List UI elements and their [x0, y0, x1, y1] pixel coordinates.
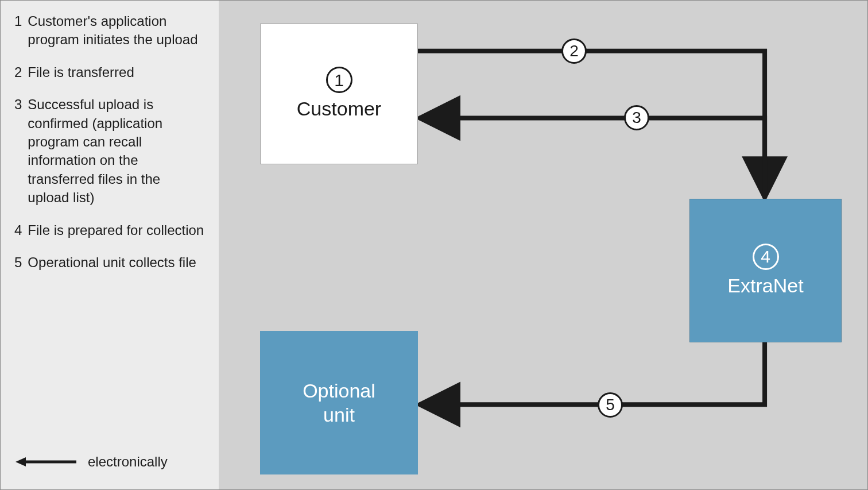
path-badge-5: 5 — [598, 392, 623, 418]
node-customer: 1 Customer — [260, 24, 418, 164]
node-extranet-number: 4 — [753, 244, 779, 270]
legend-number: 4 — [14, 221, 22, 240]
legend-item-5: 5 Operational unit collects file — [14, 253, 205, 272]
legend-item-2: 2 File is transferred — [14, 63, 205, 82]
legend-text: Successful upload is confirmed (applicat… — [28, 95, 205, 207]
diagram-canvas: 1 Customer 4 ExtraNet Optional unit 2 3 … — [219, 1, 867, 489]
arrow-left-icon — [14, 454, 78, 470]
legend-item-1: 1 Customer's application program initiat… — [14, 12, 205, 49]
legend-text: File is transferred — [28, 63, 205, 82]
legend-item-3: 3 Successful upload is confirmed (applic… — [14, 95, 205, 207]
node-customer-label: Customer — [297, 97, 381, 121]
legend-number: 5 — [14, 253, 22, 272]
path-badge-2: 2 — [561, 38, 587, 64]
legend-number: 3 — [14, 95, 22, 207]
legend-number: 1 — [14, 12, 22, 49]
node-optional-label-1: Optional — [303, 379, 375, 403]
legend-text: Operational unit collects file — [28, 253, 205, 272]
svg-marker-1 — [16, 457, 26, 466]
node-extranet-label: ExtraNet — [727, 273, 803, 298]
node-extranet: 4 ExtraNet — [689, 199, 842, 342]
legend-arrow-label: electronically — [88, 453, 168, 471]
diagram-container: 1 Customer's application program initiat… — [0, 0, 868, 490]
legend-list: 1 Customer's application program initiat… — [14, 12, 205, 285]
legend-arrow-key: electronically — [14, 453, 205, 471]
node-optional-unit: Optional unit — [260, 331, 418, 474]
legend-item-4: 4 File is prepared for collection — [14, 221, 205, 240]
legend-text: Customer's application program initiates… — [28, 12, 205, 49]
legend-sidebar: 1 Customer's application program initiat… — [1, 1, 219, 489]
legend-text: File is prepared for collection — [28, 221, 205, 240]
node-optional-label-2: unit — [323, 403, 355, 427]
legend-number: 2 — [14, 63, 22, 82]
path-badge-3: 3 — [624, 105, 649, 130]
node-customer-number: 1 — [326, 67, 352, 93]
